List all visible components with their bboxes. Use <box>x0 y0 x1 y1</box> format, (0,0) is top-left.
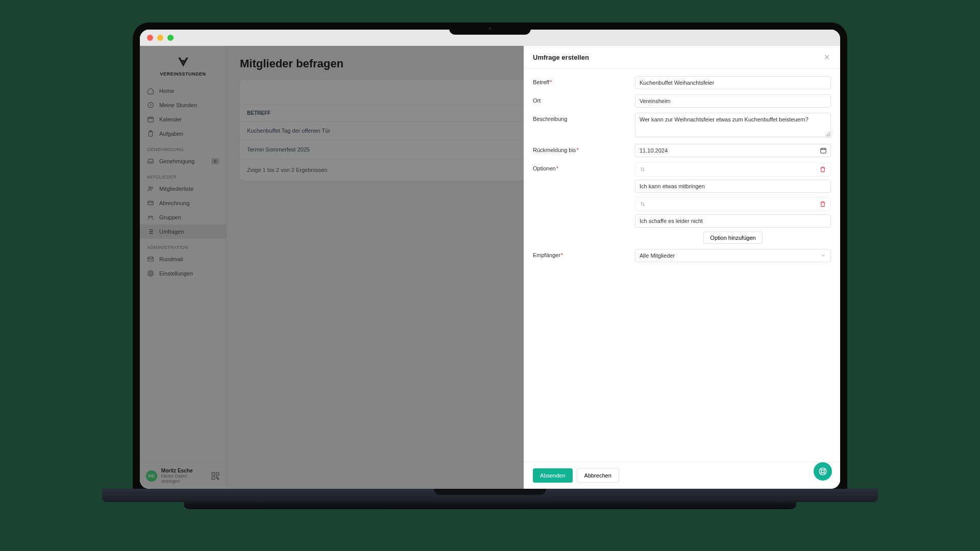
option-row <box>635 197 831 228</box>
label-optionen: Optionen <box>533 165 558 171</box>
label-betreff: Betreff <box>533 79 552 85</box>
cancel-button[interactable]: Abbrechen <box>577 468 619 483</box>
add-option-button[interactable]: Option hinzufügen <box>703 232 762 244</box>
label-ort: Ort <box>533 97 541 104</box>
label-rueckmeldung: Rückmeldung bis <box>533 147 579 153</box>
create-survey-panel: Umfrage erstellen Betreff Ort <box>524 46 840 489</box>
beschreibung-textarea[interactable]: Wer kann zur Weihnachtsfeier etwas zum K… <box>635 113 831 137</box>
lifebuoy-icon <box>818 467 827 476</box>
window-close-dot[interactable] <box>147 35 153 41</box>
help-fab[interactable] <box>814 462 832 481</box>
submit-button[interactable]: Absenden <box>533 468 573 483</box>
svg-point-16 <box>821 470 824 473</box>
window-minimize-dot[interactable] <box>157 35 163 41</box>
notch <box>449 22 531 35</box>
laptop-frame: VEREINSSTUNDEN Home Meine Stunden <box>133 22 847 509</box>
trash-icon[interactable] <box>819 201 826 208</box>
betreff-input[interactable] <box>635 76 831 89</box>
panel-title: Umfrage erstellen <box>533 53 589 61</box>
option-input[interactable] <box>635 180 831 193</box>
ort-input[interactable] <box>635 94 831 108</box>
close-icon[interactable] <box>823 53 831 61</box>
empfaenger-select[interactable]: Alle Mitglieder <box>635 249 831 262</box>
window-zoom-dot[interactable] <box>167 35 174 41</box>
label-empfaenger: Empfänger <box>533 252 563 258</box>
trash-icon[interactable] <box>819 166 826 173</box>
option-row <box>635 162 831 193</box>
drag-handle-icon[interactable] <box>640 166 646 172</box>
drag-handle-icon[interactable] <box>640 201 646 207</box>
label-beschreibung: Beschreibung <box>533 116 567 122</box>
rueckmeldung-input[interactable] <box>635 144 831 157</box>
option-input[interactable] <box>635 214 831 228</box>
